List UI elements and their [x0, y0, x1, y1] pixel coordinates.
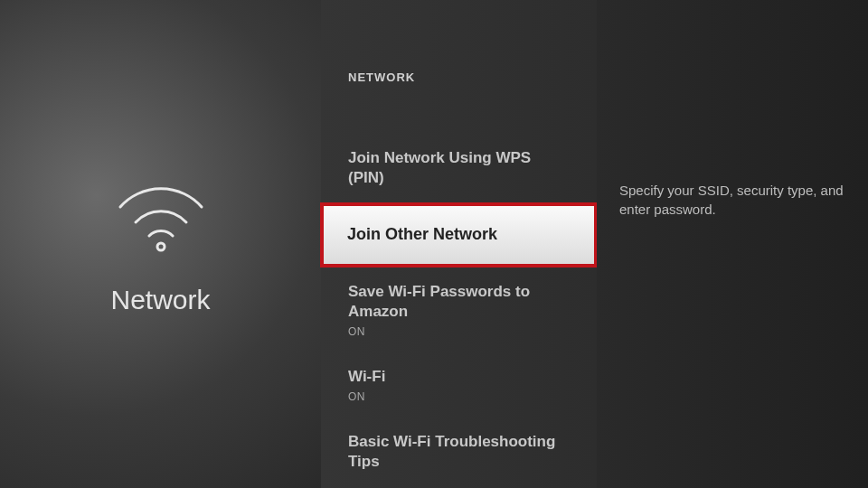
menu-item-join-wps-pin[interactable]: Join Network Using WPS (PIN)	[321, 134, 597, 202]
menu-item-status: ON	[348, 390, 570, 403]
detail-description: Specify your SSID, security type, and en…	[619, 181, 845, 219]
menu-item-label: Join Other Network	[347, 224, 571, 245]
svg-point-0	[157, 243, 165, 250]
menu-item-label: Join Network Using WPS (PIN)	[348, 148, 570, 188]
menu-item-label: Basic Wi-Fi Troubleshooting Tips	[348, 432, 570, 472]
menu-panel: NETWORK Join Network Using WPS (PIN) Joi…	[321, 0, 597, 488]
left-panel: Network	[0, 0, 321, 488]
menu-item-status: ON	[348, 325, 570, 338]
menu-item-save-wifi-passwords[interactable]: Save Wi-Fi Passwords to Amazon ON	[321, 267, 597, 352]
section-header: NETWORK	[321, 70, 597, 84]
menu-item-wifi[interactable]: Wi-Fi ON	[321, 352, 597, 418]
detail-panel: Specify your SSID, security type, and en…	[597, 0, 868, 488]
menu-item-troubleshooting[interactable]: Basic Wi-Fi Troubleshooting Tips	[321, 418, 597, 486]
menu-item-join-other-network[interactable]: Join Other Network	[320, 202, 598, 267]
wifi-icon	[111, 173, 211, 258]
menu-item-label: Save Wi-Fi Passwords to Amazon	[348, 282, 570, 322]
menu-item-label: Wi-Fi	[348, 367, 570, 387]
panel-title: Network	[110, 285, 210, 315]
